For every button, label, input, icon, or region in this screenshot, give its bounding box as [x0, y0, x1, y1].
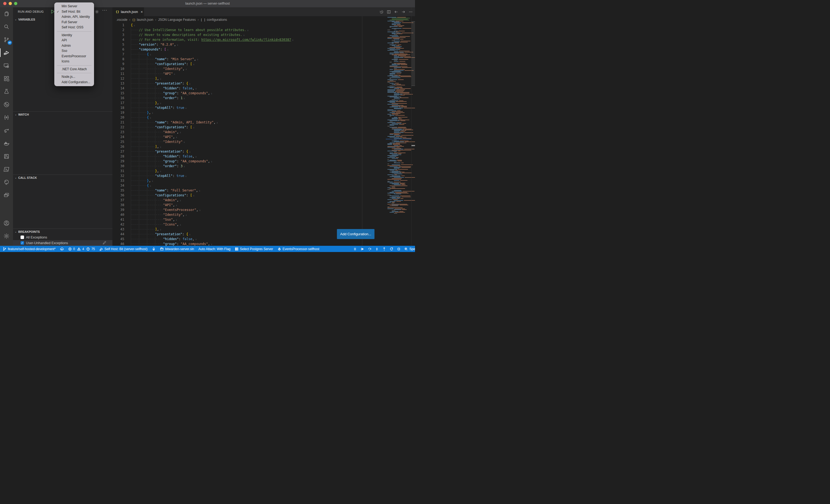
status-problems[interactable]: 0475 [68, 247, 95, 251]
breadcrumb-json-language-features[interactable]: JSON Language Features [158, 18, 196, 22]
activity-item-live-share[interactable] [0, 124, 13, 137]
code-line[interactable]: 42················"Icons",↓ [113, 222, 415, 227]
menu-item-full-server[interactable]: Full Server [54, 20, 94, 25]
status-debug-launch[interactable]: Self Host: Bit (server-selfhost) [99, 247, 148, 251]
gutter-line-number[interactable]: 2 [113, 28, 124, 32]
gutter-line-number[interactable]: 27 [113, 149, 124, 154]
status-branch-status[interactable]: feature/self-hosted-development* [3, 247, 56, 251]
gutter-line-number[interactable]: 32 [113, 173, 124, 178]
gutter-line-number[interactable]: 21 [113, 120, 124, 125]
status-debug-pause[interactable] [353, 247, 357, 251]
views-more-actions-icon[interactable]: ··· [102, 8, 107, 13]
breadcrumb-configurations[interactable]: [ ]configurations [201, 18, 227, 22]
menu-item-self-host-bit[interactable]: ✓Self Host: Bit [54, 9, 94, 14]
gutter-line-number[interactable]: 17 [113, 100, 124, 105]
activity-item-search[interactable] [0, 20, 13, 33]
activity-item-explorer[interactable] [0, 7, 13, 20]
code-line[interactable]: 25················"Identity"↓ [113, 139, 415, 144]
gutter-line-number[interactable]: 29 [113, 159, 124, 164]
gutter-line-number[interactable]: 24 [113, 135, 124, 139]
activity-item-testing[interactable] [0, 85, 13, 98]
gutter-line-number[interactable]: 44 [113, 232, 124, 237]
code-line[interactable]: 39················"EventsProcessor",↓ [113, 207, 415, 212]
gutter-line-number[interactable]: 13 [113, 81, 124, 86]
code-line[interactable]: 6····"compounds": [↓ [113, 47, 415, 52]
tab-launch-json[interactable]: {} launch.json × [113, 7, 144, 16]
gutter-line-number[interactable]: 30 [113, 164, 124, 169]
code-line[interactable]: 21············"name": "Admin, API, Ident… [113, 120, 415, 125]
code-line[interactable]: 13············"presentation": {↓ [113, 81, 415, 86]
code-line[interactable]: 31············},↓ [113, 169, 415, 173]
gutter-line-number[interactable]: 25 [113, 139, 124, 144]
gutter-line-number[interactable]: 22 [113, 125, 124, 130]
menu-item-node-js-[interactable]: Node.js... [54, 74, 94, 80]
code-line[interactable]: 9············"configurations": [↓ [113, 62, 415, 66]
code-line[interactable]: 16················"order": 1↓ [113, 96, 415, 100]
activity-item-account[interactable] [0, 216, 13, 230]
activity-item-rest-client[interactable] [0, 111, 13, 124]
menu-item-identity[interactable]: Identity [54, 33, 94, 38]
section-watch[interactable]: ⌄WATCH [13, 111, 113, 117]
code-line[interactable]: 1{↓ [113, 23, 415, 28]
gutter-line-number[interactable]: 35 [113, 188, 124, 193]
code-line[interactable]: 40················"Identity",↓ [113, 212, 415, 217]
status-hot-reload[interactable] [152, 247, 156, 251]
gutter-line-number[interactable]: 1 [113, 23, 124, 28]
gutter-line-number[interactable]: 4 [113, 37, 124, 42]
gutter-line-number[interactable]: 33 [113, 178, 124, 183]
menu-item-api[interactable]: API [54, 38, 94, 43]
gutter-line-number[interactable]: 40 [113, 212, 124, 217]
gutter-line-number[interactable]: 23 [113, 130, 124, 135]
gutter-line-number[interactable]: 45 [113, 237, 124, 241]
code-line[interactable]: 12············],↓ [113, 76, 415, 81]
gutter-line-number[interactable]: 36 [113, 193, 124, 198]
code-line[interactable]: 19········},↓ [113, 110, 415, 115]
gutter-line-number[interactable]: 31 [113, 169, 124, 173]
code-line[interactable]: 8············"name": "Min Server",↓ [113, 57, 415, 62]
gutter-line-number[interactable]: 5 [113, 42, 124, 47]
code-line[interactable]: 7········{↓ [113, 52, 415, 57]
activity-item-backup[interactable] [0, 150, 13, 163]
breadcrumb--vscode[interactable]: .vscode [116, 18, 127, 22]
navigate-forward-icon[interactable] [401, 10, 406, 14]
activity-item-gitlens[interactable] [0, 98, 13, 111]
code-line[interactable]: 11················"API"↓ [113, 71, 415, 76]
status-publish-changes[interactable] [60, 247, 64, 251]
menu-item-sso[interactable]: Sso [54, 48, 94, 54]
activity-item-postgresql[interactable] [0, 176, 13, 189]
navigate-back-icon[interactable] [394, 10, 398, 14]
code-line[interactable]: 26············],↓ [113, 144, 415, 149]
gutter-line-number[interactable]: 16 [113, 96, 124, 100]
gutter-line-number[interactable]: 26 [113, 144, 124, 149]
menu-item-admin-api-identity[interactable]: Admin, API, Identity [54, 14, 94, 20]
code-line[interactable]: 4····// For more information, visit: htt… [113, 37, 415, 42]
status-postgres-server[interactable]: Select Postgres Server [235, 247, 273, 251]
activity-item-remote-explorer[interactable] [0, 59, 13, 72]
breadcrumb-launch-json[interactable]: {}launch.json [132, 18, 153, 22]
menu-item-min-server[interactable]: Min Server [54, 4, 94, 9]
code-line[interactable]: 15················"group": "AA_compounds… [113, 91, 415, 96]
gutter-line-number[interactable]: 11 [113, 71, 124, 76]
code-line[interactable]: 2····// Use IntelliSense to learn about … [113, 28, 415, 32]
status-debug-step-out[interactable] [382, 247, 386, 251]
activity-item-source-control[interactable]: 47 [0, 33, 13, 46]
code-line[interactable]: 41················"Sso",↓ [113, 217, 415, 222]
code-line[interactable]: 36············"configurations": [↓ [113, 193, 415, 198]
activity-item-settings[interactable] [0, 230, 13, 242]
status-debug-restart[interactable] [390, 247, 393, 251]
activity-item-run-and-debug[interactable] [0, 46, 13, 59]
menu-item-self-host-oss[interactable]: Self Host: OSS [54, 25, 94, 30]
code-line[interactable]: 24················"API",↓ [113, 135, 415, 139]
scrollbar-slider[interactable] [412, 21, 415, 86]
gutter-line-number[interactable]: 18 [113, 105, 124, 110]
code-line[interactable]: 3····// Hover to view descriptions of ex… [113, 32, 415, 37]
gutter-line-number[interactable]: 42 [113, 222, 124, 227]
code-area[interactable]: 1{↓2····// Use IntelliSense to learn abo… [113, 23, 415, 246]
code-line[interactable]: 29················"group": "AA_compounds… [113, 159, 415, 164]
code-line[interactable]: 33········},↓ [113, 178, 415, 183]
code-line[interactable]: 10················"Identity",↓ [113, 66, 415, 71]
status-debug-stop[interactable] [397, 247, 401, 251]
code-line[interactable]: 18············"stopAll": true↓ [113, 105, 415, 110]
code-line[interactable]: 38················"API",↓ [113, 203, 415, 207]
menu-item-icons[interactable]: Icons [54, 59, 94, 64]
